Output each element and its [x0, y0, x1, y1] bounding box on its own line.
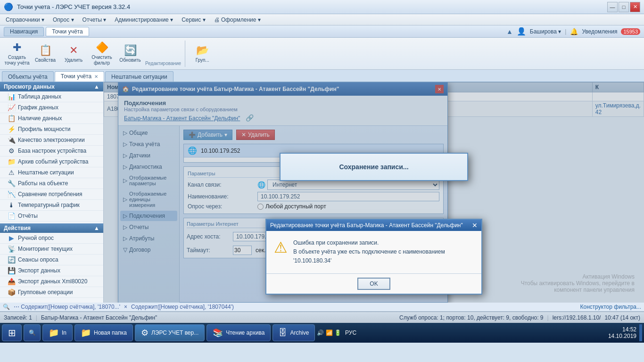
sidebar-item-export[interactable]: 💾 Экспорт данных: [0, 265, 103, 276]
group-button[interactable]: 📂 Груп...: [189, 41, 215, 67]
taskbar-folder-button[interactable]: 📁 Новая папка: [74, 324, 133, 341]
settings-icon: ⚙: [8, 147, 15, 155]
menu-service[interactable]: Сервис ▾: [178, 16, 209, 24]
status-separator2: |: [547, 314, 549, 321]
records-count: Записей: 1: [4, 314, 32, 321]
sidebar-item-emergencies[interactable]: ⚠ Нештатные ситуации: [0, 167, 103, 178]
error-dialog: Редактирование точки учёта Батыр-Магика …: [265, 219, 482, 295]
in-icon: 📁: [49, 328, 59, 338]
properties-button[interactable]: 📋 Свойства: [32, 41, 58, 67]
editing-section-label: Редактирование: [145, 61, 181, 67]
work-icon: 🔧: [8, 180, 15, 187]
sidebar-item-availability[interactable]: 📋 Наличие данных: [0, 113, 103, 124]
tab-points[interactable]: Точки учёта ✕: [55, 71, 104, 82]
menu-reports[interactable]: Отчеты ▾: [79, 16, 110, 24]
menu-references[interactable]: Справочники ▾: [2, 16, 48, 24]
availability-icon: 📋: [8, 115, 15, 122]
sidebar-item-export-xml[interactable]: 📤 Экспорт данных Xml80020: [0, 276, 103, 287]
sidebar-item-temp[interactable]: 🌡 Температурный график: [0, 200, 103, 211]
lang-indicator[interactable]: РУС: [345, 329, 356, 336]
sidebar-item-table[interactable]: 📊 Таблица данных: [0, 91, 103, 102]
sidebar-item-group-ops[interactable]: 📦 Групповые операции: [0, 287, 103, 298]
notifications-label[interactable]: Уведомления: [582, 28, 617, 35]
menu-bar: Справочники ▾ Опрос ▾ Отчеты ▾ Администр…: [0, 14, 644, 25]
create-point-button[interactable]: ✚ Создатьточку учёта: [4, 41, 30, 67]
menu-admin[interactable]: Администрирование ▾: [111, 16, 177, 24]
sidebar-item-monitoring[interactable]: 📡 Мониторинг текущих: [0, 244, 103, 255]
user-name[interactable]: Баширова ▾: [530, 28, 561, 35]
filter1[interactable]: ⋯ Содержит([Номер счётчика], '18070...': [14, 304, 120, 310]
taskbar-archive-button[interactable]: 🗄 Archive: [272, 324, 315, 341]
filter-separator: ×: [124, 304, 127, 310]
menu-format[interactable]: 🖨 Оформление ▾: [210, 16, 264, 24]
nav-tab-navigation[interactable]: Навигация: [4, 27, 44, 36]
sidebar-item-work[interactable]: 🔧 Работы на объекте: [0, 178, 103, 189]
reports-icon: 📄: [8, 212, 15, 220]
service-status: Служб опроса: 1; портов: 10, действует: …: [399, 314, 544, 321]
minimize-button[interactable]: —: [607, 2, 618, 12]
filter-bar: 🔍 ⋯ Содержит([Номер счётчика], '18070...…: [0, 303, 644, 312]
sidebar-item-power-profile[interactable]: ⚡ Профиль мощности: [0, 124, 103, 135]
export-icon: 💾: [8, 267, 15, 274]
sidebar-item-quality[interactable]: 🔌 Качество электроэнергии: [0, 135, 103, 146]
archive-read-icon: 📚: [213, 328, 223, 338]
maximize-button[interactable]: □: [619, 2, 629, 12]
date-display: 14.10.2019: [608, 333, 636, 339]
error-close-button[interactable]: ✕: [472, 222, 478, 229]
refresh-button[interactable]: 🔄 Обновить: [117, 41, 143, 67]
taskbar-lers-button[interactable]: ⚙ ЛЭРС УЧЕТ вер...: [135, 324, 205, 341]
sidebar-item-compare[interactable]: 📉 Сравнение потребления: [0, 189, 103, 200]
search-icon: 🔍: [29, 329, 36, 336]
error-dialog-body: ⚠ Ошибка при сохранении записи. В объект…: [266, 231, 481, 273]
refresh-icon: 🔄: [124, 44, 137, 57]
archive-label: Archive: [290, 329, 309, 336]
start-button[interactable]: ⊞: [2, 324, 22, 341]
clear-filter-label: Очиститьфильтр: [91, 55, 112, 66]
sidebar-section-actions: Действия ▲: [0, 223, 103, 233]
temp-icon: 🌡: [8, 201, 15, 209]
search-button[interactable]: 🔍: [24, 324, 41, 341]
error-dialog-title: Редактирование точки учёта Батыр-Магика …: [270, 222, 463, 229]
filter2[interactable]: Содержит([Номер счётчика], '1807044'): [131, 304, 234, 310]
clear-filter-button[interactable]: 🔶 Очиститьфильтр: [89, 41, 115, 67]
notification-badge: 15953: [621, 28, 640, 35]
taskbar-archive-read-button[interactable]: 📚 Чтение архива: [206, 324, 271, 341]
content-area: Номер счётчика К 1807044 A1807044 ул.Тим…: [104, 82, 644, 303]
archive-read-label: Чтение архива: [226, 329, 264, 336]
time-display: 14:52: [608, 326, 636, 333]
tab-points-close[interactable]: ✕: [94, 74, 98, 79]
filter-constructor[interactable]: Конструктор фильтра...: [580, 304, 642, 310]
taskbar-in-button[interactable]: 📁 In: [42, 324, 73, 341]
taskbar: ⊞ 🔍 📁 In 📁 Новая папка ⚙ ЛЭРС УЧЕТ вер..…: [0, 323, 644, 343]
emergency-icon: ⚠: [8, 169, 15, 176]
sidebar-item-graph[interactable]: 📈 График данных: [0, 102, 103, 113]
sidebar-item-device-archive[interactable]: 📁 Архив событий устройства: [0, 156, 103, 167]
taskbar-time[interactable]: 14:52 14.10.2019: [608, 326, 636, 339]
error-ok-button[interactable]: OK: [357, 278, 390, 290]
clear-filter-icon: 🔶: [96, 41, 108, 54]
sidebar-item-reports[interactable]: 📄 Отчёты: [0, 211, 103, 222]
notification-icon: 🔔: [570, 28, 578, 35]
nav-tab-points[interactable]: Точки учёта: [46, 27, 89, 36]
saving-dialog: Сохранение записи...: [280, 153, 468, 181]
warning-icon: ⚠: [274, 239, 288, 256]
tab-objects[interactable]: Объекты учёта: [2, 71, 54, 82]
show-desktop-button[interactable]: [639, 324, 642, 341]
power-icon: ⚡: [8, 125, 15, 133]
delete-label: Удалить: [65, 58, 83, 63]
sidebar-item-sessions[interactable]: 🔄 Сеансы опроса: [0, 255, 103, 265]
sidebar-item-manual-poll[interactable]: ▶ Ручной опрос: [0, 233, 103, 244]
delete-icon: ✕: [69, 44, 78, 57]
properties-icon: 📋: [39, 44, 52, 57]
sidebar-item-device-settings[interactable]: ⚙ База настроек устройства: [0, 146, 103, 156]
export-xml-icon: 📤: [8, 278, 15, 285]
quality-icon: 🔌: [8, 136, 15, 144]
start-icon: ⊞: [8, 327, 16, 338]
group-icon: 📂: [196, 44, 209, 57]
menu-poll[interactable]: Опрос ▾: [49, 16, 78, 24]
group-ops-icon: 📦: [8, 288, 15, 296]
refresh-label: Обновить: [119, 58, 140, 63]
tab-emergencies[interactable]: Нештатные ситуации: [105, 71, 173, 82]
delete-button[interactable]: ✕ Удалить: [60, 41, 87, 67]
close-button[interactable]: ✕: [630, 2, 640, 12]
